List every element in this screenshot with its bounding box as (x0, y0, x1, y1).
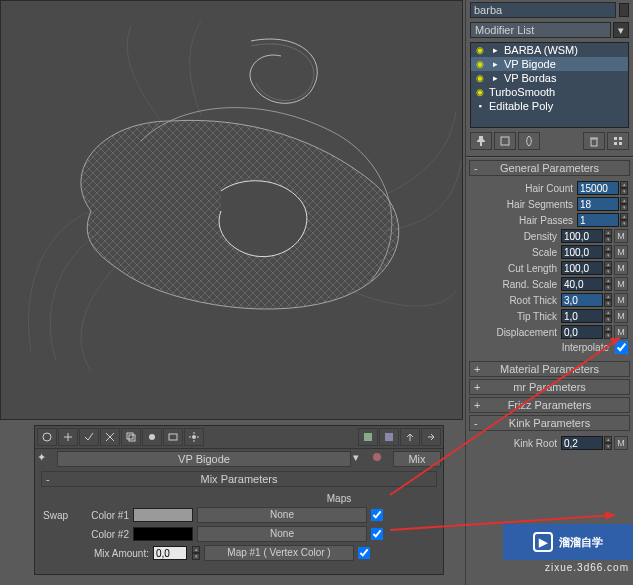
configure-sets-button[interactable] (607, 132, 629, 150)
map-type-button[interactable]: Mix (393, 451, 441, 467)
spinner[interactable]: ▴▾ (192, 546, 200, 560)
stack-item[interactable]: ◉ TurboSmooth (471, 85, 628, 99)
spinner[interactable]: ▴▾ (620, 197, 628, 211)
show-end-button[interactable] (379, 428, 399, 446)
svg-rect-5 (619, 142, 622, 145)
interpolate-checkbox[interactable] (615, 341, 628, 354)
stack-item[interactable]: ◉ ▸ BARBA (WSM) (471, 43, 628, 57)
show-end-result-button[interactable] (494, 132, 516, 150)
expand-icon[interactable]: ▸ (489, 58, 501, 70)
map-button[interactable]: M (614, 325, 628, 339)
scale-input[interactable] (561, 245, 603, 259)
stack-item[interactable]: ◉ ▸ VP Bigode (471, 57, 628, 71)
spinner[interactable]: ▴▾ (604, 229, 612, 243)
remove-modifier-button[interactable] (583, 132, 605, 150)
color2-label: Color #2 (81, 529, 129, 540)
spinner[interactable]: ▴▾ (620, 181, 628, 195)
spinner[interactable]: ▴▾ (620, 213, 628, 227)
map-button[interactable]: M (614, 293, 628, 307)
put-library-button[interactable] (163, 428, 183, 446)
mix-amount-map-slot[interactable]: Map #1 ( Vertex Color ) (204, 545, 354, 561)
lightbulb-icon[interactable]: ◉ (474, 86, 486, 98)
color1-swatch[interactable] (133, 508, 193, 522)
go-forward-button[interactable] (421, 428, 441, 446)
modifier-stack[interactable]: ◉ ▸ BARBA (WSM) ◉ ▸ VP Bigode ◉ ▸ VP Bor… (470, 42, 629, 128)
rollout-header[interactable]: - General Parameters (469, 160, 630, 176)
spinner[interactable]: ▴▾ (604, 277, 612, 291)
make-unique-button[interactable] (142, 428, 162, 446)
color2-swatch[interactable] (133, 527, 193, 541)
map-button[interactable]: M (614, 436, 628, 450)
go-parent-button[interactable] (400, 428, 420, 446)
rollout-title: mr Parameters (513, 381, 586, 393)
make-unique-button[interactable] (518, 132, 540, 150)
root-thick-input[interactable] (561, 293, 603, 307)
material-toolbar (35, 426, 443, 449)
hair-passes-input[interactable] (577, 213, 619, 227)
color2-enable-checkbox[interactable] (371, 528, 383, 540)
modifier-list-arrow[interactable]: ▾ (613, 22, 629, 38)
get-material-button[interactable] (37, 428, 57, 446)
object-color-swatch[interactable] (619, 3, 629, 17)
make-copy-button[interactable] (121, 428, 141, 446)
pick-material-button[interactable]: ✦ (37, 451, 55, 467)
lightbulb-icon[interactable]: ◉ (474, 58, 486, 70)
lightbulb-icon[interactable]: ◉ (474, 72, 486, 84)
spinner[interactable]: ▴▾ (604, 325, 612, 339)
color1-map-slot[interactable]: None (197, 507, 367, 523)
spinner[interactable]: ▴▾ (604, 293, 612, 307)
assign-button[interactable] (79, 428, 99, 446)
spinner[interactable]: ▴▾ (604, 436, 612, 450)
svg-rect-0 (501, 137, 509, 145)
pin-stack-button[interactable] (470, 132, 492, 150)
effects-button[interactable] (184, 428, 204, 446)
map-button[interactable]: M (614, 277, 628, 291)
rollout-header-mr[interactable]: +mr Parameters (469, 379, 630, 395)
svg-point-11 (192, 435, 196, 439)
color2-map-slot[interactable]: None (197, 526, 367, 542)
put-material-button[interactable] (58, 428, 78, 446)
minus-icon: - (474, 162, 478, 174)
show-map-button[interactable] (358, 428, 378, 446)
viewport[interactable] (0, 0, 463, 420)
stack-label: BARBA (WSM) (504, 44, 578, 56)
object-name-input[interactable] (470, 2, 616, 18)
hair-segments-input[interactable] (577, 197, 619, 211)
mix-rollout-header[interactable]: - Mix Parameters (41, 471, 437, 487)
spinner[interactable]: ▴▾ (604, 261, 612, 275)
displacement-input[interactable] (561, 325, 603, 339)
reset-button[interactable] (100, 428, 120, 446)
map-button[interactable]: M (614, 245, 628, 259)
param-label: Root Thick (471, 295, 561, 306)
expand-icon[interactable]: ▪ (474, 100, 486, 112)
modifier-list-dropdown[interactable]: Modifier List (470, 22, 611, 38)
spinner[interactable]: ▴▾ (604, 309, 612, 323)
map-button[interactable]: M (614, 261, 628, 275)
mix-amount-enable-checkbox[interactable] (358, 547, 370, 559)
stack-item[interactable]: ▪ Editable Poly (471, 99, 628, 113)
mix-amount-input[interactable] (153, 546, 187, 560)
expand-icon[interactable]: ▸ (489, 44, 501, 56)
kink-root-input[interactable] (561, 436, 603, 450)
map-button[interactable]: M (614, 229, 628, 243)
density-input[interactable] (561, 229, 603, 243)
swap-button[interactable]: Swap (43, 510, 77, 521)
color1-enable-checkbox[interactable] (371, 509, 383, 521)
cut-length-input[interactable] (561, 261, 603, 275)
hair-count-input[interactable] (577, 181, 619, 195)
expand-icon[interactable]: ▸ (489, 72, 501, 84)
lightbulb-icon[interactable]: ◉ (474, 44, 486, 56)
map-button[interactable]: M (614, 309, 628, 323)
rand-scale-input[interactable] (561, 277, 603, 291)
rollout-header-material[interactable]: +Material Parameters (469, 361, 630, 377)
rollout-header-kink[interactable]: -Kink Parameters (469, 415, 630, 431)
svg-point-9 (149, 434, 155, 440)
rollout-header-frizz[interactable]: +Frizz Parameters (469, 397, 630, 413)
watermark-url: zixue.3d66.com (545, 562, 629, 573)
sphere-icon[interactable] (371, 451, 391, 467)
dropdown-button[interactable]: ▾ (353, 451, 369, 467)
stack-item[interactable]: ◉ ▸ VP Bordas (471, 71, 628, 85)
tip-thick-input[interactable] (561, 309, 603, 323)
spinner[interactable]: ▴▾ (604, 245, 612, 259)
map-name-field[interactable]: VP Bigode (57, 451, 351, 467)
